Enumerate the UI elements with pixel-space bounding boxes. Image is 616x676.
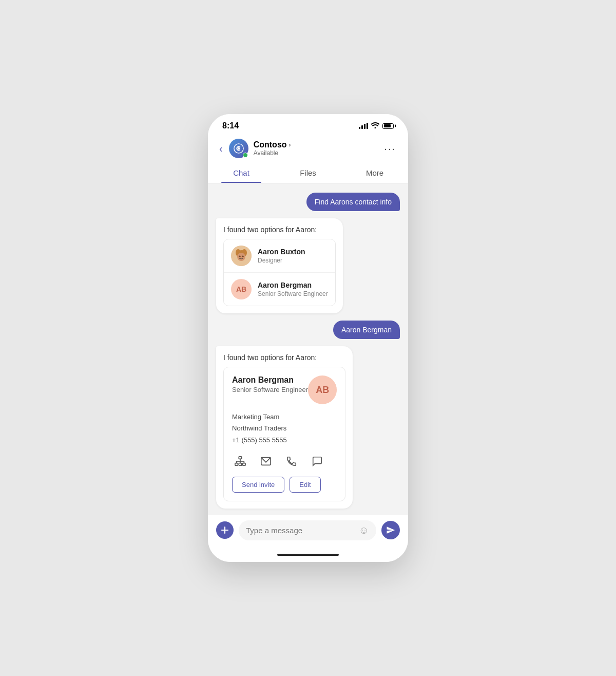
- bot-message-1: I found two options for Aaron:: [216, 218, 343, 313]
- detail-contact-card: Aaron Bergman Senior Software Engineer A…: [223, 367, 345, 501]
- online-status-dot: [243, 153, 248, 158]
- user-message-1: Find Aarons contact info: [306, 193, 400, 211]
- detail-avatar: AB: [308, 375, 337, 404]
- phone-frame: 8:14 ‹: [208, 114, 408, 561]
- tabs: Chat Files More: [208, 163, 408, 183]
- contact-1-info: Aaron Buxton Designer: [258, 248, 305, 264]
- contact-card-aaron-buxton[interactable]: Aaron Buxton Designer: [224, 239, 335, 273]
- svg-rect-12: [235, 463, 238, 465]
- contact-name-block: Contoso › Available: [254, 140, 291, 157]
- signal-bars-icon: [359, 123, 368, 129]
- svg-point-6: [237, 253, 245, 261]
- input-bar: ☺: [208, 515, 408, 548]
- detail-phone: +1 (555) 555 5555: [232, 435, 337, 446]
- more-button[interactable]: ···: [381, 141, 399, 157]
- detail-buttons: Send invite Edit: [232, 477, 337, 493]
- detail-contact-role: Senior Software Engineer: [232, 386, 308, 393]
- message-input[interactable]: [246, 526, 355, 535]
- email-button[interactable]: [258, 453, 274, 470]
- detail-contact-info: Marketing Team Northwind Traders +1 (555…: [232, 411, 337, 445]
- contact-name: Contoso ›: [254, 140, 291, 149]
- contact-card-aaron-bergman[interactable]: AB Aaron Bergman Senior Software Enginee…: [224, 273, 335, 306]
- contact-1-name: Aaron Buxton: [258, 248, 305, 256]
- contact-2-role: Senior Software Engineer: [258, 290, 328, 297]
- svg-rect-10: [242, 256, 244, 257]
- send-invite-button[interactable]: Send invite: [232, 477, 284, 493]
- add-attachment-button[interactable]: [216, 521, 234, 539]
- contact-1-role: Designer: [258, 257, 305, 264]
- detail-company: Northwind Traders: [232, 423, 337, 434]
- avatar-aaron-bergman: AB: [231, 279, 252, 299]
- tab-files[interactable]: Files: [275, 163, 341, 183]
- contact-cards-list-1: Aaron Buxton Designer AB Aaron Bergman S…: [223, 239, 336, 306]
- back-button[interactable]: ‹: [217, 141, 225, 157]
- contact-2-info: Aaron Bergman Senior Software Engineer: [258, 281, 328, 297]
- contact-status: Available: [254, 149, 291, 157]
- tab-more[interactable]: More: [341, 163, 408, 183]
- home-bar: [277, 554, 339, 556]
- contact-info: Contoso › Available: [229, 139, 377, 158]
- detail-contact-name: Aaron Bergman: [232, 375, 308, 385]
- chat-button[interactable]: [309, 453, 325, 470]
- home-indicator: [208, 548, 408, 562]
- status-time: 8:14: [222, 121, 239, 130]
- avatar-aaron-buxton: [231, 246, 252, 266]
- wifi-icon: [371, 122, 379, 130]
- svg-rect-13: [239, 463, 242, 465]
- org-chart-button[interactable]: [232, 453, 248, 470]
- detail-card-top: Aaron Bergman Senior Software Engineer A…: [232, 375, 337, 404]
- bot-message-2: I found two options for Aaron: Aaron Ber…: [216, 346, 353, 508]
- send-button[interactable]: [381, 521, 400, 539]
- svg-point-1: [237, 147, 240, 150]
- svg-rect-9: [239, 256, 241, 257]
- tab-chat[interactable]: Chat: [208, 163, 275, 183]
- status-bar: 8:14: [208, 114, 408, 135]
- svg-rect-11: [239, 456, 242, 459]
- emoji-button[interactable]: ☺: [359, 524, 369, 536]
- header: ‹ Contoso › Available ··: [208, 135, 408, 163]
- edit-button[interactable]: Edit: [290, 477, 320, 493]
- user-message-2: Aaron Bergman: [333, 321, 400, 339]
- battery-icon: [382, 123, 394, 129]
- detail-team: Marketing Team: [232, 411, 337, 423]
- detail-actions: [232, 453, 337, 470]
- chevron-right-icon: ›: [289, 141, 291, 148]
- bot-message-2-title: I found two options for Aaron:: [223, 353, 345, 362]
- chat-area: Find Aarons contact info I found two opt…: [208, 183, 408, 514]
- detail-card-info: Aaron Bergman Senior Software Engineer: [232, 375, 308, 393]
- call-button[interactable]: [283, 453, 300, 470]
- status-icons: [359, 122, 394, 130]
- svg-rect-14: [243, 463, 246, 465]
- message-input-wrap: ☺: [239, 520, 376, 540]
- bot-message-1-title: I found two options for Aaron:: [223, 226, 336, 234]
- avatar: [229, 139, 248, 158]
- contact-2-name: Aaron Bergman: [258, 281, 328, 289]
